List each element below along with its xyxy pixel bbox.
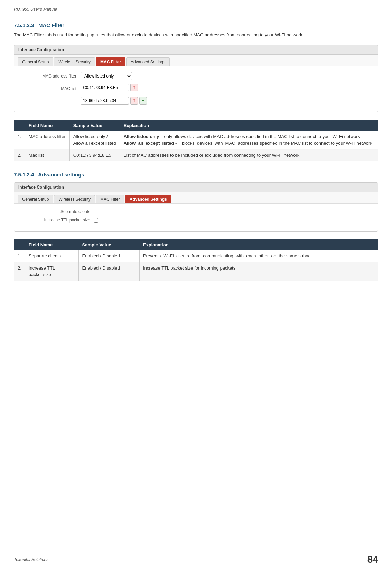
explanation-text-1: – only allows devices with MAC addresses… (160, 134, 360, 139)
row2-sample: C0:11:73:94:E8:E5 (69, 149, 120, 161)
separate-clients-label: Separate clients (21, 209, 90, 214)
page-footer: Teltonika Solutions 84 (14, 551, 378, 565)
row1-sample: Allow listed only /Allow all except list… (69, 130, 120, 149)
adv-col-sampleval-header: Sample Value (78, 240, 139, 250)
mac-input-1[interactable] (81, 84, 129, 91)
advanced-section-number: 7.5.1.2.4 (14, 172, 34, 178)
tab-mac-filter-2[interactable]: MAC Filter (96, 195, 124, 203)
table-row: 2. Increase TTLpacket size Enabled / Dis… (14, 262, 378, 281)
row2-explanation: List of MAC addresses to be included or … (120, 149, 378, 161)
iface-config-box-1: Interface Configuration General Setup Wi… (14, 45, 378, 112)
mac-delete-btn-1[interactable]: 🗑 (130, 84, 138, 91)
separate-clients-row: Separate clients (21, 209, 371, 214)
adv-row1-num: 1. (14, 250, 25, 262)
advanced-settings-table: Field Name Sample Value Explanation 1. S… (14, 239, 378, 281)
iface-box-2-header: Interface Configuration (14, 183, 378, 192)
col-explanation-header: Explanation (120, 120, 378, 130)
iface-tabs-1: General Setup Wireless Security MAC Filt… (14, 55, 378, 66)
mac-add-btn[interactable]: + (139, 97, 147, 105)
row1-explanation: Allow listed only – only allows devices … (120, 130, 378, 149)
row1-num: 1. (14, 130, 25, 149)
adv-row1-explanation: Prevents Wi-Fi clients from communicatin… (139, 250, 378, 262)
section-number: 7.5.1.2.3 (14, 22, 34, 28)
mac-input-2[interactable] (81, 97, 129, 105)
advanced-section-title: Advanced settings (38, 172, 84, 178)
adv-row2-sample: Enabled / Disabled (78, 262, 139, 281)
iface-tabs-2: General Setup Wireless Security MAC Filt… (14, 192, 378, 204)
mac-entry-2-container: 🗑 + (81, 97, 371, 105)
section-mac-filter-heading: 7.5.1.2.3 MAC Filter (14, 22, 378, 28)
adv-row1-sample: Enabled / Disabled (78, 250, 139, 262)
mac-entry-1: 🗑 (81, 84, 138, 91)
adv-row2-num: 2. (14, 262, 25, 281)
adv-row1-field: Separate clients (25, 250, 78, 262)
increase-ttl-label: Increase TTL packet size (21, 218, 90, 223)
increase-ttl-row: Increase TTL packet size (21, 218, 371, 223)
separate-clients-checkbox[interactable] (94, 210, 98, 214)
mac-delete-btn-2[interactable]: 🗑 (130, 97, 138, 105)
explanation-text-2: - blocks devices with MAC addresses spec… (175, 140, 372, 146)
increase-ttl-checkbox[interactable] (94, 218, 98, 223)
adv-col-fieldname-header: Field Name (25, 240, 78, 250)
iface-body-2: Separate clients Increase TTL packet siz… (14, 204, 378, 231)
adv-row2-explanation: Increase TTL packet size for incoming pa… (139, 262, 378, 281)
section-mac-filter-desc: The MAC Filter tab is used for setting u… (14, 31, 378, 39)
mac-list-label: MAC list (21, 86, 76, 91)
page-number: 84 (367, 554, 378, 565)
row1-field: MAC address filter (25, 130, 69, 149)
mac-filter-table: Field Name Sample Value Explanation 1. M… (14, 120, 378, 162)
page-header: RUT955 User's Manual (14, 7, 378, 12)
manual-title: RUT955 User's Manual (14, 7, 57, 12)
iface-config-box-2: Interface Configuration General Setup Wi… (14, 182, 378, 232)
col-num-header (14, 120, 25, 130)
tab-wireless-security-2[interactable]: Wireless Security (54, 195, 95, 203)
explanation-bold-2: Allow all except listed (124, 140, 174, 146)
iface-body-1: MAC address filter Allow listed only All… (14, 66, 378, 112)
row2-num: 2. (14, 149, 25, 161)
table-row: 1. MAC address filter Allow listed only … (14, 130, 378, 149)
tab-general-setup-2[interactable]: General Setup (18, 195, 53, 203)
section-title: MAC Filter (38, 22, 64, 28)
explanation-bold-1: Allow listed only (124, 134, 159, 139)
footer-company: Teltonika Solutions (14, 557, 48, 562)
row2-field: Mac list (25, 149, 69, 161)
mac-address-filter-label: MAC address filter (21, 74, 76, 79)
adv-row2-field: Increase TTLpacket size (25, 262, 78, 281)
mac-entry-2: 🗑 + (81, 97, 371, 105)
tab-wireless-security-1[interactable]: Wireless Security (54, 57, 95, 66)
adv-col-explanation-header: Explanation (139, 240, 378, 250)
table-row: 2. Mac list C0:11:73:94:E8:E5 List of MA… (14, 149, 378, 161)
section-advanced-heading: 7.5.1.2.4 Advanced settings (14, 172, 378, 178)
mac-address-filter-row: MAC address filter Allow listed only All… (21, 72, 371, 80)
tab-advanced-settings-2[interactable]: Advanced Settings (125, 195, 171, 203)
col-fieldname-header: Field Name (25, 120, 69, 130)
tab-general-setup-1[interactable]: General Setup (18, 57, 53, 66)
mac-list-row: MAC list 🗑 (21, 84, 371, 93)
col-sampleval-header: Sample Value (69, 120, 120, 130)
mac-address-filter-select[interactable]: Allow listed only Allow all except liste… (81, 72, 132, 80)
adv-col-num-header (14, 240, 25, 250)
table-row: 1. Separate clients Enabled / Disabled P… (14, 250, 378, 262)
tab-mac-filter-1[interactable]: MAC Filter (96, 57, 125, 66)
iface-box-1-header: Interface Configuration (14, 45, 378, 55)
tab-advanced-settings-1[interactable]: Advanced Settings (126, 57, 170, 66)
